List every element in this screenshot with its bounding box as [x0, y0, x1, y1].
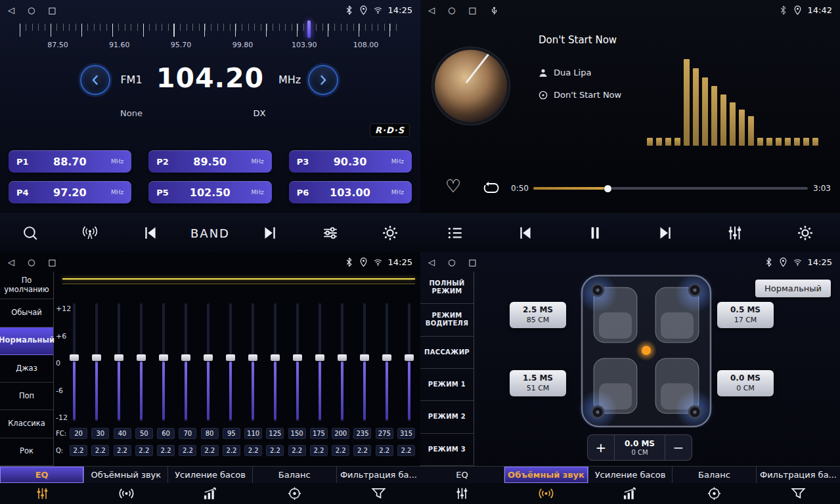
- preset-button-4[interactable]: P4 97.20 MHz: [9, 181, 131, 203]
- filtering-tab-button[interactable]: [756, 483, 840, 504]
- eq-band-slider[interactable]: [181, 303, 190, 421]
- eq-band-slider[interactable]: [360, 303, 369, 421]
- eq-preset-jazz[interactable]: Джаз: [0, 355, 53, 383]
- back-icon[interactable]: ◁: [428, 5, 435, 15]
- eq-band-slider[interactable]: [405, 303, 414, 421]
- slider-handle[interactable]: [70, 354, 79, 361]
- eq-band-slider[interactable]: [159, 303, 168, 421]
- recents-icon[interactable]: □: [48, 257, 56, 267]
- back-icon[interactable]: ◁: [8, 5, 14, 15]
- next-track-button[interactable]: [645, 218, 686, 248]
- eq-band-slider[interactable]: [338, 303, 347, 421]
- balance-tab-button[interactable]: [252, 483, 336, 504]
- mode-passenger[interactable]: ПАССАЖИР: [420, 337, 474, 369]
- slider-handle[interactable]: [315, 354, 324, 361]
- eq-band-slider[interactable]: [92, 303, 101, 421]
- bass-boost-tab-button[interactable]: [168, 483, 252, 504]
- eq-tab-button[interactable]: [0, 483, 84, 504]
- tab-filtering[interactable]: Фильтрация ба...: [757, 467, 840, 483]
- pause-button[interactable]: [575, 218, 615, 248]
- seek-bar[interactable]: [533, 187, 808, 190]
- home-icon[interactable]: ○: [448, 257, 455, 267]
- repeat-button[interactable]: [482, 181, 500, 196]
- filtering-tab-button[interactable]: [336, 483, 420, 504]
- eq-band-slider[interactable]: [315, 303, 324, 421]
- bass-boost-tab-button[interactable]: [588, 483, 673, 504]
- tab-balance[interactable]: Баланс: [253, 467, 337, 483]
- home-icon[interactable]: ○: [28, 257, 35, 267]
- mode-2[interactable]: РЕЖИМ 2: [420, 401, 474, 433]
- decrease-delay-button[interactable]: −: [665, 435, 692, 460]
- slider-handle[interactable]: [248, 354, 257, 361]
- slider-handle[interactable]: [181, 354, 190, 361]
- eq-preset-default[interactable]: По умолчанию: [0, 272, 53, 299]
- slider-handle[interactable]: [204, 354, 213, 361]
- playlist-button[interactable]: [435, 218, 475, 248]
- eq-band-slider[interactable]: [271, 303, 280, 421]
- eq-preset-rock[interactable]: Рок: [0, 438, 53, 466]
- audio-settings-button[interactable]: [715, 218, 755, 248]
- eq-tab-button[interactable]: [420, 483, 504, 504]
- back-icon[interactable]: ◁: [428, 257, 435, 267]
- mode-1[interactable]: РЕЖИМ 1: [420, 369, 474, 401]
- eq-band-slider[interactable]: [114, 303, 123, 421]
- favorite-button[interactable]: ♡: [445, 177, 461, 195]
- slider-handle[interactable]: [114, 354, 123, 361]
- slider-handle[interactable]: [382, 354, 391, 361]
- slider-handle[interactable]: [271, 354, 280, 361]
- eq-band-slider[interactable]: [248, 303, 257, 421]
- tab-filtering[interactable]: Фильтрация ба...: [337, 467, 420, 483]
- delay-rear-left[interactable]: 1.5 MS 51 CM: [510, 370, 566, 396]
- tune-up-button[interactable]: [308, 65, 338, 95]
- tab-surround[interactable]: Объёмный звук: [84, 467, 168, 483]
- progress-thumb[interactable]: [604, 185, 611, 192]
- next-station-button[interactable]: [250, 218, 290, 248]
- eq-band-slider[interactable]: [226, 303, 235, 421]
- back-icon[interactable]: ◁: [8, 257, 14, 267]
- frequency-ruler[interactable]: [20, 24, 401, 37]
- balance-tab-button[interactable]: [672, 483, 756, 504]
- eq-preset-custom[interactable]: Обычай: [0, 299, 53, 327]
- eq-band-slider[interactable]: [137, 303, 146, 421]
- delay-rear-right[interactable]: 0.0 MS 0 CM: [717, 370, 774, 396]
- slider-handle[interactable]: [159, 354, 168, 361]
- settings-button[interactable]: [370, 218, 410, 248]
- scan-button[interactable]: [10, 218, 51, 248]
- preset-button-5[interactable]: P5 102.50 MHz: [148, 181, 271, 203]
- increase-delay-button[interactable]: +: [588, 435, 614, 460]
- mode-driver[interactable]: РЕЖИМ ВОДИТЕЛЯ: [420, 304, 474, 336]
- band-button[interactable]: BAND: [190, 218, 231, 248]
- mode-3[interactable]: РЕЖИМ 3: [420, 434, 474, 466]
- home-icon[interactable]: ○: [28, 5, 35, 15]
- eq-band-slider[interactable]: [382, 303, 391, 421]
- preset-button-6[interactable]: P6 103.00 MHz: [289, 181, 412, 203]
- recents-icon[interactable]: □: [48, 5, 56, 15]
- slider-handle[interactable]: [293, 354, 302, 361]
- preset-button-3[interactable]: P3 90.30 MHz: [289, 150, 412, 173]
- tab-balance[interactable]: Баланс: [673, 467, 757, 483]
- tab-bass-boost[interactable]: Усиление басов: [168, 467, 252, 483]
- surround-tab-button[interactable]: [84, 483, 168, 504]
- settings-button[interactable]: [785, 218, 826, 248]
- mode-full[interactable]: ПОЛНЫЙ РЕЖИМ: [420, 272, 474, 304]
- tab-surround[interactable]: Объёмный звук: [504, 467, 588, 483]
- recents-icon[interactable]: □: [468, 5, 476, 15]
- delay-front-left[interactable]: 2.5 MS 85 CM: [510, 302, 566, 328]
- audio-settings-button[interactable]: [310, 218, 351, 248]
- slider-handle[interactable]: [338, 354, 347, 361]
- preset-button-1[interactable]: P1 88.70 MHz: [9, 150, 131, 173]
- eq-band-slider[interactable]: [204, 303, 213, 421]
- prev-station-button[interactable]: [130, 218, 171, 248]
- eq-preset-pop[interactable]: Поп: [0, 383, 53, 410]
- slider-handle[interactable]: [226, 354, 235, 361]
- broadcast-button[interactable]: [70, 218, 110, 248]
- listening-position-marker[interactable]: [642, 346, 651, 355]
- preset-button-2[interactable]: P2 89.50 MHz: [148, 150, 271, 173]
- surround-tab-button[interactable]: [504, 483, 588, 504]
- eq-preset-normal[interactable]: Нормальный: [0, 327, 53, 355]
- tune-down-button[interactable]: [80, 65, 110, 95]
- tab-eq[interactable]: EQ: [0, 467, 84, 483]
- eq-band-slider[interactable]: [293, 303, 302, 421]
- tab-bass-boost[interactable]: Усиление басов: [588, 467, 673, 483]
- tab-eq[interactable]: EQ: [420, 467, 504, 483]
